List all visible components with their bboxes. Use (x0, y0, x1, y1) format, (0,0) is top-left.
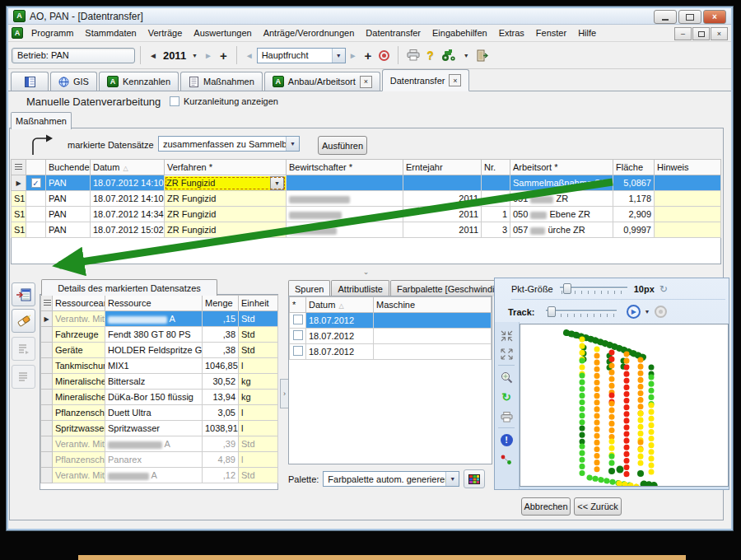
slider-thumb[interactable] (563, 283, 571, 294)
mdi-restore-button[interactable] (692, 27, 710, 40)
erase-button[interactable] (12, 309, 35, 333)
col-bewirtschafter[interactable]: Bewirtschafter * (287, 160, 403, 175)
cell-einheit[interactable]: Std (239, 311, 278, 327)
cell-erntejahr[interactable]: 2011 (403, 207, 482, 222)
menu-programm[interactable]: Programm (26, 26, 79, 40)
cell-buchender[interactable]: PAN (46, 191, 91, 207)
tab-gis[interactable]: GIS (50, 72, 97, 91)
cell-buchender[interactable]: PAN (46, 222, 91, 238)
year-next-button[interactable]: ► (201, 49, 216, 62)
action-combobox[interactable]: zusammenfassen zu Sammelbuchung ▼ (158, 136, 300, 152)
row-checkbox-cell[interactable] (26, 191, 46, 207)
details-row-selected[interactable]: ▶ Verantw. Mita A ,15 Std (41, 311, 278, 327)
close-button[interactable]: × (703, 10, 726, 24)
cell-flaeche[interactable]: 5,0867 (613, 175, 655, 191)
col-menge[interactable]: Menge (203, 296, 239, 311)
expand-view-button[interactable] (498, 347, 515, 362)
minimize-button[interactable] (654, 10, 677, 24)
cell-datum[interactable]: 18.07.2012 14:10:3 (91, 175, 165, 191)
year-add-button[interactable]: + (216, 49, 231, 63)
col-einheit[interactable]: Einheit (239, 296, 278, 311)
tab-details[interactable]: Details des markierten Datensatzes (41, 279, 217, 296)
import-record-button[interactable] (12, 282, 35, 306)
cell-arbeitsort[interactable]: 057 ürche ZR (510, 222, 613, 238)
row-checkbox-cell[interactable] (26, 207, 46, 222)
palette-grid-button[interactable] (464, 469, 485, 488)
cell-nr[interactable]: 3 (482, 222, 510, 238)
cell-verfahren[interactable]: ZR Fungizid (165, 222, 287, 238)
cell-datum[interactable]: 18.07.2012 14:10:3 (91, 191, 165, 207)
cell-arbeitsort[interactable]: Sammelmaßnahme S1 (510, 175, 613, 191)
cell-nr[interactable]: 1 (482, 207, 510, 222)
title-bar[interactable]: A AO, PAN - [Datentransfer] × (8, 8, 731, 25)
info-button[interactable]: ! (498, 432, 515, 447)
cell-datum[interactable]: 18.07.2012 14:34:4 (91, 207, 165, 222)
maximize-button[interactable] (678, 10, 701, 24)
cell-einheit[interactable]: Std (239, 343, 278, 358)
tab-close-icon[interactable]: × (449, 74, 461, 86)
cell-einheit[interactable]: l (239, 358, 278, 374)
col-verfahren[interactable]: Verfahren * (165, 160, 287, 175)
cell-bewirtschafter-redacted[interactable] (287, 222, 403, 238)
tractor-dropdown-icon[interactable]: ▼ (460, 51, 473, 60)
cell-spur-datum[interactable]: 18.07.2012 (306, 313, 374, 329)
details-row[interactable]: PflanzenschuDuett Ultra3,05l (41, 405, 278, 421)
cell-menge[interactable]: 13,94 (203, 390, 239, 405)
col-datum[interactable]: Datum△ (91, 160, 165, 175)
cell-ressource[interactable]: Bittersalz (105, 374, 203, 390)
details-row[interactable]: Mineralische [DüKa-Bor 150 flüssig13,94k… (41, 390, 278, 405)
crop-combobox[interactable]: Hauptfrucht ▼ (257, 48, 346, 63)
table-row-selected[interactable]: ▶ ✓ PAN 18.07.2012 14:10:3 ZR Fungizid▼ … (12, 175, 721, 191)
cell-nr[interactable] (482, 175, 510, 191)
cell-spur-datum[interactable]: 18.07.2012 (306, 344, 374, 360)
tab-anbau[interactable]: A Anbau/Arbeitsort × (264, 72, 380, 91)
mdi-minimize-button[interactable]: – (674, 27, 692, 40)
check-col-header[interactable] (26, 160, 46, 175)
cell-hinweis[interactable] (655, 175, 721, 191)
tab-attributliste[interactable]: Attributliste (331, 280, 389, 296)
zurueck-button[interactable]: << Zurück (574, 497, 622, 516)
chevron-down-icon[interactable]: ▼ (286, 137, 299, 151)
point-size-slider[interactable] (560, 283, 627, 295)
spur-checkbox-cell[interactable] (290, 329, 306, 344)
cell-hinweis[interactable] (655, 191, 721, 207)
crop-prev-button[interactable]: ◄ (242, 49, 257, 62)
cell-flaeche[interactable]: 1,178 (613, 191, 655, 207)
mdi-close-button[interactable]: × (711, 27, 728, 40)
menu-vertraege[interactable]: Verträge (142, 26, 189, 40)
menu-eingabehilfen[interactable]: Eingabehilfen (426, 26, 493, 40)
spur-row-selected[interactable]: 18.07.2012 (290, 313, 492, 329)
row-checkbox-checked[interactable]: ✓ (31, 178, 41, 188)
exit-icon[interactable] (476, 49, 488, 62)
details-row[interactable]: Mineralische [Bittersalz30,52kg (41, 374, 278, 390)
cell-einheit[interactable]: l (239, 405, 278, 421)
stop-button-disabled[interactable] (655, 306, 667, 318)
map-canvas[interactable] (520, 324, 729, 487)
menu-datentransfer[interactable]: Datentransfer (360, 26, 426, 40)
cell-verfahren-edit[interactable]: ZR Fungizid▼ (165, 175, 287, 191)
spur-checkbox[interactable] (293, 346, 303, 356)
year-value[interactable]: 2011 (161, 49, 189, 62)
col-spur-datum[interactable]: Datum△ (306, 297, 374, 313)
cell-maschine[interactable] (374, 344, 492, 360)
details-row-disabled[interactable]: PflanzenschuPanarex4,89l (41, 452, 278, 468)
cell-buchender[interactable]: PAN (46, 207, 91, 222)
menu-stammdaten[interactable]: Stammdaten (79, 26, 142, 40)
track-points-button[interactable] (498, 452, 515, 467)
spur-row[interactable]: 18.07.2012 (290, 329, 492, 344)
row-checkbox-cell[interactable]: ✓ (26, 175, 46, 191)
ausfuehren-button[interactable]: Ausführen (318, 136, 367, 155)
record-icon[interactable] (379, 50, 389, 61)
cell-flaeche[interactable]: 2,909 (613, 207, 655, 222)
cell-ressource[interactable]: Duett Ultra (105, 405, 203, 421)
details-row[interactable]: FahrzeugeFendt 380 GT 80 PS,38Std (41, 327, 278, 343)
print-icon[interactable] (407, 49, 420, 61)
col-erntejahr[interactable]: Erntejahr (403, 160, 482, 175)
refresh-icon[interactable]: ↻ (659, 283, 668, 295)
cell-menge[interactable]: 1038,91 (203, 421, 239, 436)
list-action-button-disabled[interactable] (12, 337, 35, 361)
col-flaeche[interactable]: Fläche (613, 160, 655, 175)
cell-bewirtschafter[interactable] (287, 175, 403, 191)
cell-flaeche[interactable]: 0,9997 (613, 222, 655, 238)
cell-ressource[interactable]: DüKa-Bor 150 flüssig (105, 390, 203, 405)
